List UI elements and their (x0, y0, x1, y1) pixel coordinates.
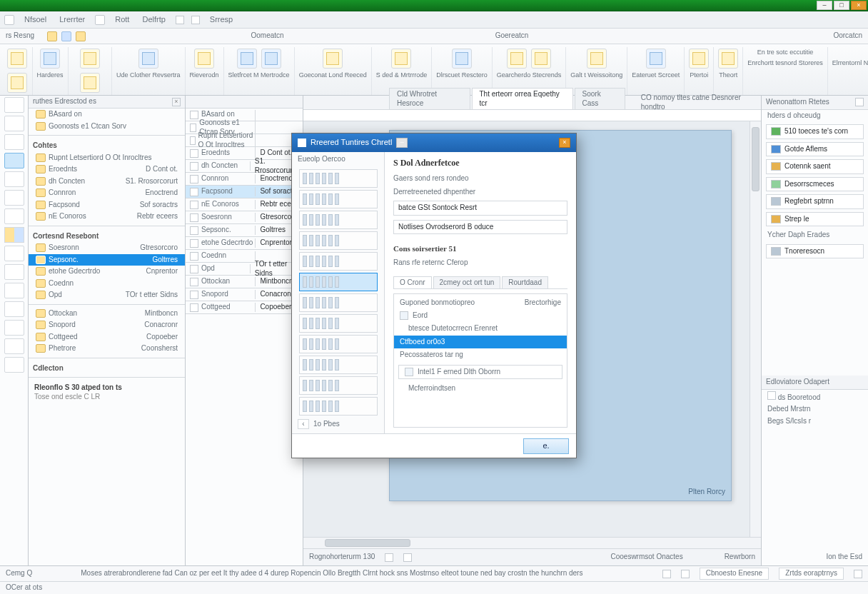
list-item[interactable]: Eord (394, 309, 567, 323)
tree-node[interactable]: SoesronnGtresorcoro (29, 242, 185, 254)
tool-button[interactable] (4, 338, 24, 354)
list-item-selected[interactable]: Ctfboed or0o3 (394, 336, 567, 349)
tree-node[interactable]: etohe GdecrtrdoCnprentor (29, 266, 185, 278)
list-item[interactable]: Mcferroindtsen (394, 382, 567, 396)
vertical-scrollbar[interactable] (750, 121, 761, 537)
ok-button[interactable]: e. (523, 438, 569, 454)
template-thumbnail[interactable] (299, 335, 378, 353)
text-field[interactable]: batce GSt Sontock Resrt (393, 201, 567, 216)
checkbox-icon[interactable] (767, 391, 776, 400)
qat-icon[interactable] (95, 15, 105, 25)
property-row[interactable]: CottgeedCopoeber (186, 301, 303, 314)
ribbon-button[interactable] (7, 49, 27, 69)
pane-item[interactable]: Regfebrt sptrnn (766, 194, 864, 209)
horizontal-scrollbar[interactable] (303, 537, 761, 548)
tab-label[interactable]: Goereatcn (495, 31, 529, 41)
ribbon-button[interactable] (531, 49, 551, 69)
pane-item[interactable]: Tnoreresocn (766, 244, 864, 259)
template-thumbnail[interactable] (299, 314, 378, 333)
dialog-listbox[interactable]: Guponed bonmotiopreo Brectorhige Eord bt… (393, 293, 567, 428)
tree-node[interactable]: ConnronEnoctrend (29, 187, 185, 199)
tool-button[interactable] (4, 208, 24, 224)
toolbar-icon[interactable] (76, 31, 86, 41)
tool-button[interactable] (4, 283, 24, 298)
dialog-tab[interactable]: Rourtdaad (502, 276, 548, 289)
ribbon-button[interactable] (718, 49, 738, 69)
property-row[interactable]: etohe GdecrtrdoCnprentor (186, 237, 303, 250)
template-thumbnail[interactable] (299, 356, 378, 374)
tree-node[interactable]: Sepsonc.Goltrres (29, 254, 185, 266)
tool-button[interactable] (4, 171, 24, 187)
list-item[interactable]: Pecossateros tar ng (394, 348, 567, 362)
qat-icon[interactable] (176, 16, 184, 24)
ribbon-button[interactable] (261, 49, 281, 69)
option-row[interactable]: Begs S/lcsIs r (762, 416, 868, 428)
template-thumbnail[interactable] (299, 376, 378, 395)
ribbon-button[interactable] (391, 49, 411, 69)
pane-item[interactable]: Strep le (766, 212, 864, 227)
template-thumbnail[interactable] (299, 293, 378, 312)
panel-menu-icon[interactable] (855, 98, 864, 106)
status-icon[interactable] (662, 570, 671, 578)
property-row[interactable]: OttockanMintboncn (186, 276, 303, 288)
pager-prev-button[interactable]: ‹ (298, 419, 309, 429)
property-row[interactable]: nE ConorosRebtr eceers (186, 198, 303, 211)
ribbon-button[interactable] (40, 49, 60, 69)
ribbon-button[interactable] (507, 49, 527, 69)
property-row[interactable]: OpdTOr t etter Sidns (186, 263, 303, 276)
status-box[interactable]: Cbnoesto Enesne (700, 568, 769, 580)
status-box[interactable]: Zrtds eoraptrnys (779, 568, 844, 580)
scrollbar-thumb[interactable] (325, 539, 410, 547)
tree-node[interactable]: CottgeedCopoeber (29, 331, 185, 343)
menu-item[interactable]: Rott (112, 14, 132, 26)
menu-item[interactable]: Srresp (207, 14, 236, 26)
template-thumbnail[interactable] (299, 397, 378, 416)
footer-icon[interactable] (385, 553, 393, 562)
tree-node[interactable]: Rupnt Letsertiord O Ot Inrocltres (29, 152, 185, 164)
property-row[interactable]: Rupnt Letsertiord O Ot Inrocltres (186, 134, 303, 147)
status-icon[interactable] (681, 570, 690, 578)
dialog-tab[interactable]: O Cronr (393, 276, 432, 289)
tool-button[interactable] (4, 153, 24, 168)
toolbar-icon[interactable] (61, 31, 71, 41)
qat-icon[interactable] (191, 16, 200, 24)
tree-node[interactable]: Coednn (29, 278, 185, 290)
tab-label[interactable]: Oorcatcn (833, 31, 862, 41)
ribbon-button[interactable] (452, 49, 472, 69)
ribbon-button[interactable] (80, 73, 100, 93)
menu-item[interactable]: Delfrtp (139, 14, 168, 26)
tree-node[interactable]: FacpsondSof soractrs (29, 199, 185, 211)
ribbon-button[interactable] (194, 49, 214, 69)
pane-item[interactable]: Cotennk saent (766, 159, 864, 174)
ribbon-button[interactable] (237, 49, 257, 69)
menu-item[interactable]: Nfsoel (21, 14, 49, 26)
ribbon-button[interactable] (7, 73, 27, 93)
property-row[interactable]: ConnronEnoctrend (186, 173, 303, 186)
tree-node[interactable]: BAsard on (29, 109, 185, 121)
tree-node[interactable]: PhetroreCoonsherst (29, 343, 185, 355)
status-icon[interactable] (854, 570, 862, 578)
template-thumbnail[interactable] (299, 211, 378, 229)
option-row[interactable]: ds Booretood (762, 390, 868, 404)
property-row[interactable]: SoesronnGtresorcoro (186, 211, 303, 224)
property-row[interactable]: SnopordConacronr (186, 288, 303, 301)
toolbar-icon[interactable] (47, 31, 57, 41)
tree-node[interactable]: dh ConctenS1. Rrosorcorurt (29, 176, 185, 188)
tree-node[interactable]: Goonosts e1 Ctcan Sorv (29, 121, 185, 133)
list-item[interactable]: btesce Dutetocrrecn Erenret (394, 322, 567, 336)
tool-button[interactable] (4, 264, 24, 280)
tool-button[interactable] (4, 320, 24, 336)
pane-item[interactable]: Gotde Aflems (766, 142, 864, 157)
template-thumbnail[interactable] (299, 169, 378, 188)
scrollbar-thumb[interactable] (752, 127, 760, 191)
color-swatch[interactable] (4, 227, 24, 243)
window-minimize-button[interactable]: – (817, 1, 832, 10)
property-row[interactable]: Sepsonc.Goltrres (186, 224, 303, 237)
template-thumbnail[interactable] (299, 252, 378, 271)
window-close-button[interactable]: × (851, 1, 867, 10)
property-row[interactable]: dh ConctenS1. Rrosorcorurt (186, 160, 303, 173)
tool-button[interactable] (4, 190, 24, 206)
tool-button[interactable] (4, 246, 24, 261)
property-row[interactable]: FacpsondSof soractrs (186, 186, 303, 198)
tree-node[interactable]: OttockanMintboncn (29, 308, 185, 320)
